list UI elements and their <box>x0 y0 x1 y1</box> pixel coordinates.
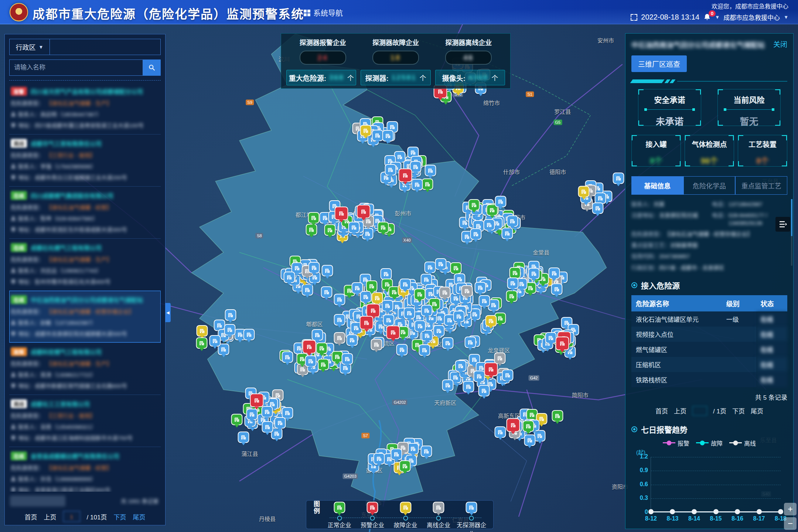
company-card[interactable]: 故障 成都科宏燃气工程有限公司 危险源类型：【液化石油气储罐 - 生产】 联系人… <box>9 343 161 395</box>
map-marker-blue[interactable] <box>442 379 453 391</box>
map-marker-blue[interactable] <box>415 320 426 332</box>
map-marker-blue[interactable] <box>383 314 395 326</box>
map-marker-green[interactable] <box>552 410 563 422</box>
search-button[interactable] <box>143 59 161 76</box>
map-marker-blue[interactable] <box>478 295 490 307</box>
map-marker-blue[interactable] <box>502 369 513 381</box>
pagination-link[interactable]: 下页 <box>732 406 745 415</box>
map-marker-green[interactable] <box>450 262 462 274</box>
company-card[interactable]: 报警 四川省天然气产品有限公司成都储配分公司 危险源类型：【液化石油气储罐 - … <box>9 82 161 134</box>
map-marker-gray[interactable] <box>494 352 506 364</box>
map-marker-blue[interactable] <box>382 130 393 141</box>
fullscreen-icon[interactable] <box>631 14 637 21</box>
map-marker-blue[interactable] <box>495 426 506 438</box>
map-marker-yellow[interactable] <box>371 292 383 304</box>
map-marker-blue[interactable] <box>301 284 313 296</box>
map-marker-green[interactable] <box>522 420 534 432</box>
map-marker-blue[interactable] <box>420 274 432 285</box>
map-marker-blue[interactable] <box>534 430 546 441</box>
map-marker-yellow[interactable] <box>197 325 208 337</box>
map-marker-blue[interactable] <box>385 164 396 175</box>
map-marker-blue[interactable] <box>382 300 393 311</box>
map-marker-red[interactable] <box>506 418 520 432</box>
map-marker-blue[interactable] <box>224 324 236 335</box>
org-dropdown[interactable]: 成都市应急救援中心 <box>723 13 780 22</box>
map-marker-blue[interactable] <box>396 344 407 355</box>
map-marker-green[interactable] <box>378 222 389 233</box>
map-marker-blue[interactable] <box>507 277 518 289</box>
map-marker-green[interactable] <box>317 359 329 370</box>
map-marker-blue[interactable] <box>374 453 385 464</box>
company-card[interactable]: 在线 金堂县成都顺达燃气有限责任公司 危险源类型：【液化石油气储罐 - 经营】 … <box>9 447 161 492</box>
map-marker-blue[interactable] <box>463 381 474 392</box>
map-marker-gray[interactable] <box>371 339 382 350</box>
map-marker-blue[interactable] <box>484 219 495 231</box>
map-marker-green[interactable] <box>306 224 317 235</box>
page-input[interactable] <box>63 511 80 522</box>
3d-patrol-button[interactable]: 三维厂区巡查 <box>631 55 687 72</box>
map-marker-blue[interactable] <box>238 432 249 443</box>
map-marker-blue[interactable] <box>424 262 436 273</box>
map-marker-blue[interactable] <box>311 329 323 341</box>
zoom-out-button[interactable]: − <box>784 517 797 530</box>
map-marker-red[interactable] <box>484 362 498 376</box>
map-marker-blue[interactable] <box>404 307 415 319</box>
district-dropdown[interactable]: 行政区 ▼ <box>9 39 50 55</box>
map-marker-blue[interactable] <box>399 279 411 290</box>
map-marker-red[interactable] <box>302 340 316 354</box>
map-marker-blue[interactable] <box>274 417 286 429</box>
map-marker-blue[interactable] <box>347 334 358 346</box>
map-marker-blue[interactable] <box>225 309 236 321</box>
map-marker-blue[interactable] <box>524 434 535 446</box>
scrollbar[interactable] <box>791 199 792 266</box>
tab-1[interactable]: 危险化学品 <box>683 176 736 195</box>
page-input[interactable] <box>692 406 707 416</box>
sidebar-collapse-button[interactable]: ◄ <box>165 303 171 322</box>
pagination-link[interactable]: 下页 <box>113 512 126 521</box>
company-card[interactable]: 离线 成都化工工贸有限公司 危险源类型：【工贸行业 - 使用】 联系人：吴倩（1… <box>9 395 161 447</box>
map-marker-blue[interactable] <box>507 215 518 227</box>
map-marker-blue[interactable] <box>421 446 432 457</box>
map-marker-green[interactable] <box>509 267 521 279</box>
map-marker-green[interactable] <box>366 280 378 292</box>
map-marker-blue[interactable] <box>424 165 436 176</box>
map-marker-blue[interactable] <box>419 344 430 356</box>
map-marker-blue[interactable] <box>322 265 333 276</box>
pagination-link[interactable]: 上页 <box>674 406 686 415</box>
company-card[interactable]: 在线 中石油西南油气田分公司成都液化气储配站 危险源类型：【液化石油气储罐 - … <box>9 291 161 343</box>
map-marker-gray[interactable] <box>334 332 345 344</box>
map-marker-blue[interactable] <box>478 385 490 396</box>
map-marker-red[interactable] <box>386 325 400 339</box>
map-marker-green[interactable] <box>308 212 319 224</box>
search-input[interactable] <box>9 59 143 76</box>
pagination-link[interactable]: / 101页 <box>87 512 107 521</box>
map-marker-green[interactable] <box>468 199 480 211</box>
tab-0[interactable]: 基础信息 <box>631 176 683 195</box>
map-marker-blue[interactable] <box>391 449 402 460</box>
expand-panel-button[interactable] <box>775 217 790 232</box>
map-marker-blue[interactable] <box>334 294 345 305</box>
map-marker-red[interactable] <box>399 168 412 182</box>
close-button[interactable]: 关闭 <box>773 39 787 49</box>
map-marker-red[interactable] <box>366 304 380 317</box>
map-marker-blue[interactable] <box>474 371 485 382</box>
map-marker-blue[interactable] <box>495 196 506 207</box>
map-marker-green[interactable] <box>231 414 243 425</box>
map-marker-red[interactable] <box>555 337 569 350</box>
map-marker-blue[interactable] <box>261 406 273 417</box>
map-marker-red[interactable] <box>250 393 263 407</box>
map-marker-blue[interactable] <box>305 355 316 367</box>
map-marker-green[interactable] <box>414 289 425 300</box>
district-value-box[interactable] <box>50 39 161 55</box>
map-marker-blue[interactable] <box>407 443 419 454</box>
map-marker-blue[interactable] <box>435 258 446 270</box>
pagination-link[interactable]: 尾页 <box>751 406 763 415</box>
map-marker-blue[interactable] <box>372 130 383 141</box>
tab-2[interactable]: 重点监管工艺 <box>735 176 787 195</box>
map-marker-blue[interactable] <box>501 228 513 239</box>
zoom-in-button[interactable]: + <box>784 503 797 515</box>
map-marker-blue[interactable] <box>528 268 540 279</box>
map-marker-green[interactable] <box>422 178 433 190</box>
map-marker-blue[interactable] <box>334 314 345 325</box>
map-marker-blue[interactable] <box>613 173 624 184</box>
